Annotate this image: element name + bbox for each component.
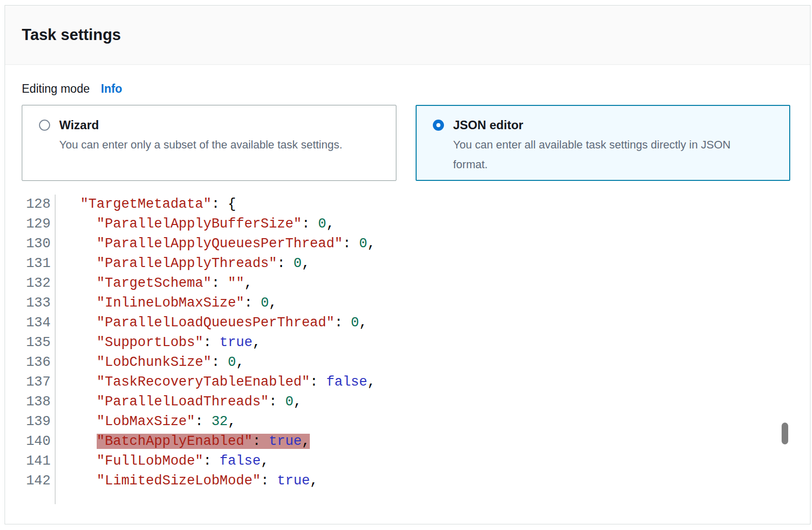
- wizard-radio-icon[interactable]: [39, 120, 50, 131]
- code-line[interactable]: "TaskRecoveryTableEnabled": false,: [64, 372, 376, 392]
- code-line[interactable]: "SupportLobs": true,: [64, 333, 376, 353]
- line-number-gutter: 1281291301311321331341351361371381391401…: [22, 195, 56, 504]
- code-line[interactable]: "ParallelApplyBufferSize": 0,: [64, 214, 376, 234]
- task-settings-panel: Task settings Editing mode Info Wizard Y…: [5, 5, 810, 524]
- json-code-editor[interactable]: 1281291301311321331341351361371381391401…: [22, 195, 793, 504]
- tile-json-editor-head: JSON editor: [433, 118, 776, 132]
- line-number: 133: [22, 293, 51, 313]
- tile-json-editor-label: JSON editor: [453, 118, 523, 132]
- tile-json-editor-description: You can enter all available task setting…: [453, 135, 757, 174]
- line-number: 139: [22, 412, 51, 432]
- line-number: 135: [22, 333, 51, 353]
- line-number: 141: [22, 451, 51, 471]
- line-number: 142: [22, 471, 51, 491]
- editing-mode-row: Editing mode Info: [22, 82, 793, 96]
- code-line[interactable]: "ParallelApplyQueuesPerThread": 0,: [64, 234, 376, 254]
- code-line[interactable]: "LobChunkSize": 0,: [64, 353, 376, 372]
- code-line[interactable]: "ParallelApplyThreads": 0,: [64, 254, 376, 274]
- code-line[interactable]: "FullLobMode": false,: [64, 451, 376, 471]
- panel-header: Task settings: [5, 6, 810, 65]
- editing-mode-tiles: Wizard You can enter only a subset of th…: [22, 105, 793, 181]
- code-line[interactable]: "InlineLobMaxSize": 0,: [64, 293, 376, 313]
- line-number: 138: [22, 392, 51, 412]
- line-number: 137: [22, 372, 51, 392]
- line-number: 128: [22, 195, 51, 214]
- code-line[interactable]: "LobMaxSize": 32,: [64, 412, 376, 432]
- code-line[interactable]: "ParallelLoadQueuesPerThread": 0,: [64, 313, 376, 333]
- info-link[interactable]: Info: [101, 82, 122, 96]
- line-number: 134: [22, 313, 51, 333]
- code-line[interactable]: "TargetMetadata": {: [64, 195, 376, 214]
- page-title: Task settings: [22, 26, 121, 44]
- line-number: 140: [22, 432, 51, 451]
- line-number: 130: [22, 234, 51, 254]
- tile-wizard[interactable]: Wizard You can enter only a subset of th…: [22, 105, 396, 181]
- code-line[interactable]: "TargetSchema": "",: [64, 274, 376, 293]
- vertical-scrollbar-thumb[interactable]: [782, 423, 788, 444]
- code-line[interactable]: "ParallelLoadThreads": 0,: [64, 392, 376, 412]
- tile-wizard-head: Wizard: [39, 118, 382, 132]
- tile-wizard-label: Wizard: [59, 118, 99, 132]
- editing-mode-label: Editing mode: [22, 82, 90, 96]
- json-editor-radio-icon[interactable]: [433, 120, 444, 131]
- line-number: 131: [22, 254, 51, 274]
- line-number: 136: [22, 353, 51, 372]
- line-number: 129: [22, 214, 51, 234]
- code-line[interactable]: "BatchApplyEnabled": true,: [64, 432, 376, 451]
- line-number: 132: [22, 274, 51, 293]
- panel-content: Editing mode Info Wizard You can enter o…: [5, 65, 810, 504]
- code-lines[interactable]: "TargetMetadata": { "ParallelApplyBuffer…: [56, 195, 376, 504]
- tile-wizard-description: You can enter only a subset of the avail…: [59, 135, 382, 155]
- code-line[interactable]: "LimitedSizeLobMode": true,: [64, 471, 376, 491]
- tile-json-editor[interactable]: JSON editor You can enter all available …: [416, 105, 790, 181]
